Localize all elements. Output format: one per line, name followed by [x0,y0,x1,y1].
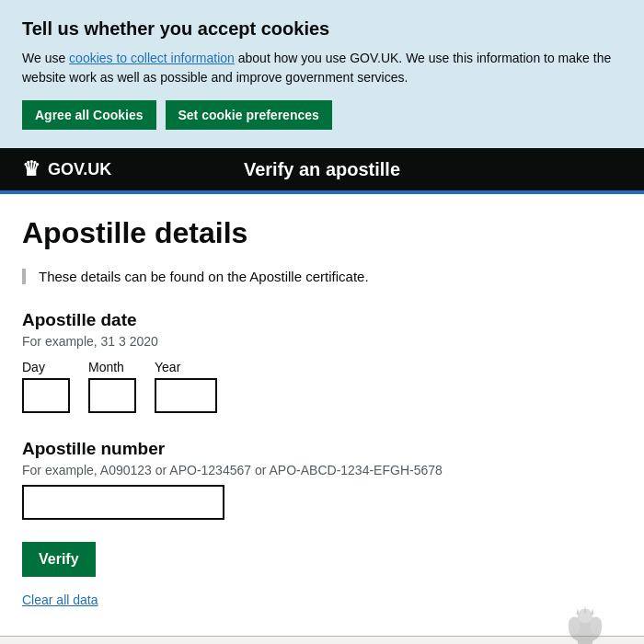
royal-crest-icon [548,600,622,644]
crown-icon: ♛ [22,157,40,181]
cookie-banner: Tell us whether you accept cookies We us… [0,0,644,148]
day-input[interactable] [22,378,70,413]
hint-text: These details can be found on the Aposti… [39,269,369,284]
navbar: ♛ GOV.UK Verify an apostille [0,148,644,190]
clear-all-data-link[interactable]: Clear all data [22,592,98,607]
apostille-number-label: Apostille number [22,439,622,459]
apostille-date-label: Apostille date [22,310,622,330]
year-label: Year [155,360,217,374]
apostille-number-section: Apostille number For example, A090123 or… [22,439,622,520]
gov-uk-logo[interactable]: ♛ GOV.UK [22,157,111,181]
footer: Terms and Conditions Cookies Accessibili… [0,636,644,644]
day-label: Day [22,360,70,374]
set-cookie-preferences-button[interactable]: Set cookie preferences [166,100,332,130]
year-input[interactable] [155,378,217,413]
svg-marker-7 [576,609,579,615]
date-fields: Day Month Year [22,360,622,413]
svg-point-3 [569,616,581,634]
hint-block: These details can be found on the Aposti… [22,269,622,284]
cookie-banner-description: We use cookies to collect information ab… [22,49,622,87]
apostille-date-hint: For example, 31 3 2020 [22,334,622,349]
month-input[interactable] [88,378,136,413]
cookies-link[interactable]: cookies to collect information [69,51,235,65]
verify-button[interactable]: Verify [22,542,96,577]
apostille-number-input[interactable] [22,485,224,520]
agree-cookies-button[interactable]: Agree all Cookies [22,100,156,130]
main-content: Apostille details These details can be f… [0,194,644,636]
svg-marker-8 [591,609,593,615]
year-field: Year [155,360,217,413]
month-label: Month [88,360,136,374]
month-field: Month [88,360,136,413]
cookie-buttons: Agree all Cookies Set cookie preferences [22,100,622,130]
page-title: Apostille details [22,216,622,250]
apostille-number-hint: For example, A090123 or APO-1234567 or A… [22,463,622,477]
svg-point-4 [591,616,603,634]
navbar-title: Verify an apostille [244,159,400,180]
apostille-date-section: Apostille date For example, 31 3 2020 Da… [22,310,622,413]
footer-crest [548,600,622,644]
logo-text: GOV.UK [48,160,111,179]
day-field: Day [22,360,70,413]
cookie-banner-title: Tell us whether you accept cookies [22,18,622,40]
